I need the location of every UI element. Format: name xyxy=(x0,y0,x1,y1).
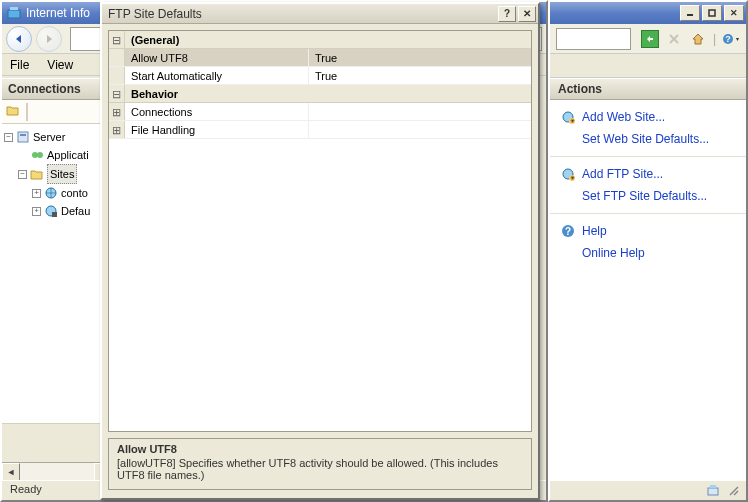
expand-icon[interactable]: + xyxy=(32,189,41,198)
server-icon xyxy=(15,129,31,145)
close-button[interactable]: ✕ xyxy=(724,5,744,21)
back-button[interactable] xyxy=(6,26,32,52)
scroll-track[interactable] xyxy=(20,463,94,480)
dialog-title: FTP Site Defaults xyxy=(108,7,496,21)
help-dropdown-icon[interactable]: ? xyxy=(722,30,740,48)
scroll-left-icon[interactable]: ◄ xyxy=(2,463,20,481)
tree-site-2[interactable]: + Defau xyxy=(4,202,109,220)
svg-point-5 xyxy=(37,152,43,158)
description-body: [allowUTF8] Specifies whether UTF8 activ… xyxy=(117,457,523,481)
globe-icon xyxy=(43,185,59,201)
action-online-help[interactable]: Online Help xyxy=(550,242,746,264)
category-general[interactable]: ⊟ (General) xyxy=(109,31,531,49)
tree-app-pools[interactable]: Applicati xyxy=(4,146,109,164)
actions-window: ✕ | ? Actions ✳ Add Web Site... Set Web … xyxy=(548,0,748,502)
svg-rect-2 xyxy=(18,132,28,142)
expand-icon[interactable]: ⊞ xyxy=(109,103,125,120)
svg-rect-1 xyxy=(10,7,18,10)
sites-folder-icon xyxy=(29,166,45,182)
svg-rect-0 xyxy=(8,10,20,18)
actions-group-web: ✳ Add Web Site... Set Web Site Defaults.… xyxy=(550,100,746,157)
svg-rect-10 xyxy=(709,10,715,16)
spacer-icon xyxy=(560,188,576,204)
collapse-icon[interactable]: − xyxy=(4,133,13,142)
forward-button[interactable] xyxy=(36,26,62,52)
status-icon-1[interactable] xyxy=(706,483,722,499)
prop-file-handling[interactable]: ⊞ File Handling xyxy=(109,121,531,139)
globe-add-icon: ✳ xyxy=(560,166,576,182)
tree-sites[interactable]: − Sites xyxy=(4,164,109,184)
action-help[interactable]: ? Help xyxy=(550,220,746,242)
folder-open-icon[interactable] xyxy=(6,104,22,120)
svg-rect-8 xyxy=(52,212,57,217)
action-add-web-site[interactable]: ✳ Add Web Site... xyxy=(550,106,746,128)
expand-icon[interactable]: ⊞ xyxy=(109,121,125,138)
iis-icon xyxy=(6,5,22,21)
prop-connections[interactable]: ⊞ Connections xyxy=(109,103,531,121)
tree-server[interactable]: − Server xyxy=(4,128,109,146)
actions-group-ftp: ✳ Add FTP Site... Set FTP Site Defaults.… xyxy=(550,157,746,214)
property-grid: ⊟ (General) Allow UTF8 True Start Automa… xyxy=(108,30,532,432)
actions-toolbar: | ? xyxy=(550,24,746,54)
stop-icon[interactable] xyxy=(665,30,683,48)
minimize-button[interactable] xyxy=(680,5,700,21)
svg-text:?: ? xyxy=(725,34,731,44)
expand-icon[interactable]: + xyxy=(32,207,41,216)
action-set-ftp-defaults[interactable]: Set FTP Site Defaults... xyxy=(550,185,746,207)
svg-text:✳: ✳ xyxy=(570,118,575,124)
globe-add-icon: ✳ xyxy=(560,109,576,125)
prop-allow-utf8[interactable]: Allow UTF8 True xyxy=(109,49,531,67)
resize-grip-icon[interactable] xyxy=(726,483,742,499)
connections-header: Connections xyxy=(2,78,111,100)
dialog-titlebar[interactable]: FTP Site Defaults ? ✕ xyxy=(102,4,538,24)
maximize-button[interactable] xyxy=(702,5,722,21)
svg-rect-3 xyxy=(20,134,26,136)
menu-view[interactable]: View xyxy=(47,58,73,72)
toolbar-sep: | xyxy=(713,32,716,46)
actions-group-help: ? Help Online Help xyxy=(550,214,746,270)
spacer-icon xyxy=(560,131,576,147)
action-add-ftp-site[interactable]: ✳ Add FTP Site... xyxy=(550,163,746,185)
address-area[interactable] xyxy=(556,28,631,50)
help-icon: ? xyxy=(560,223,576,239)
description-title: Allow UTF8 xyxy=(117,443,523,455)
status-text: Ready xyxy=(10,483,42,495)
home-icon[interactable] xyxy=(689,30,707,48)
description-pane: Allow UTF8 [allowUTF8] Specifies whether… xyxy=(108,438,532,490)
svg-rect-24 xyxy=(710,485,716,488)
right-status-bar xyxy=(550,480,746,500)
connections-tree: − Server Applicati − Sites + conto + xyxy=(2,124,111,424)
go-button[interactable] xyxy=(641,30,659,48)
collapse-icon[interactable]: − xyxy=(18,170,27,179)
help-button[interactable]: ? xyxy=(498,6,516,22)
ftp-site-defaults-dialog: FTP Site Defaults ? ✕ ⊟ (General) Allow … xyxy=(100,2,540,500)
expand-spacer xyxy=(109,67,125,84)
svg-text:✳: ✳ xyxy=(570,175,575,181)
category-behavior[interactable]: ⊟ Behavior xyxy=(109,85,531,103)
spacer-icon xyxy=(560,245,576,261)
prop-start-auto[interactable]: Start Automatically True xyxy=(109,67,531,85)
svg-rect-23 xyxy=(708,488,718,495)
tree-hscroll[interactable]: ◄ ► xyxy=(2,462,112,480)
app-pools-icon xyxy=(29,147,45,163)
toolbar-spacer xyxy=(550,54,746,78)
tree-site-1[interactable]: + conto xyxy=(4,184,109,202)
globe-lock-icon xyxy=(43,203,59,219)
action-set-web-defaults[interactable]: Set Web Site Defaults... xyxy=(550,128,746,150)
svg-text:?: ? xyxy=(565,226,571,237)
expand-spacer xyxy=(109,49,125,66)
close-button[interactable]: ✕ xyxy=(518,6,536,22)
actions-header: Actions xyxy=(550,78,746,100)
actions-panel: Actions ✳ Add Web Site... Set Web Site D… xyxy=(550,78,746,480)
connections-panel: Connections − Server Applicati − Sites xyxy=(2,78,112,480)
divider xyxy=(26,103,28,121)
connections-toolbar xyxy=(2,100,111,124)
collapse-icon[interactable]: ⊟ xyxy=(109,85,125,102)
actions-titlebar: ✕ xyxy=(550,2,746,24)
menu-file[interactable]: File xyxy=(10,58,29,72)
main-title: Internet Info xyxy=(26,6,90,20)
collapse-icon[interactable]: ⊟ xyxy=(109,31,125,48)
